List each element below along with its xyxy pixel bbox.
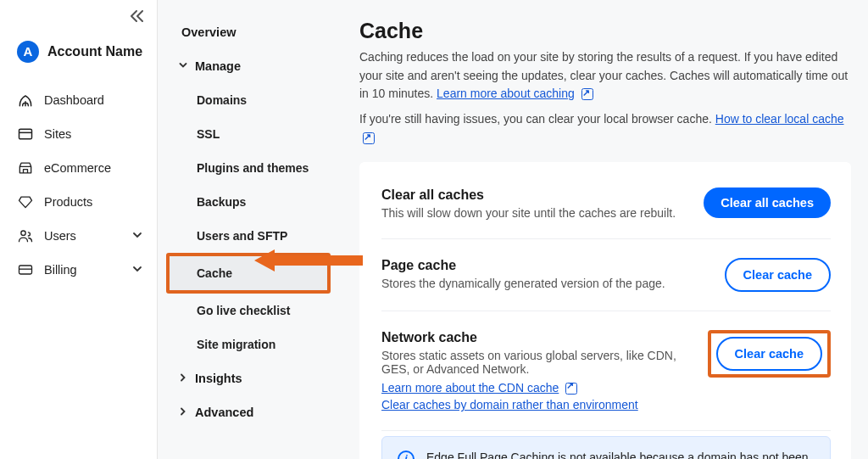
nav-label: Sites bbox=[44, 127, 71, 141]
sidebar-item-sites[interactable]: Sites bbox=[17, 117, 143, 151]
sidebar-item-products[interactable]: Products bbox=[17, 185, 143, 219]
external-link-icon bbox=[363, 132, 375, 144]
info-icon: i bbox=[398, 451, 415, 459]
section-desc: Stores the dynamically generated version… bbox=[381, 277, 665, 290]
subnav-group-manage[interactable]: Manage bbox=[166, 49, 331, 83]
external-link-icon bbox=[581, 88, 593, 100]
banner-text: Edge Full Page Caching is not available … bbox=[426, 451, 815, 459]
section-page-cache: Page cache Stores the dynamically genera… bbox=[381, 239, 831, 311]
group-label: Advanced bbox=[195, 406, 253, 419]
subnav-item-migration[interactable]: Site migration bbox=[166, 327, 331, 361]
section-title: Network cache bbox=[381, 330, 708, 345]
primary-sidebar: A Account Name Dashboard Sites eCommerce… bbox=[0, 0, 158, 459]
sidebar-item-dashboard[interactable]: Dashboard bbox=[17, 83, 143, 117]
svg-point-4 bbox=[21, 231, 25, 235]
nav-label: Billing bbox=[44, 263, 77, 277]
section-clear-all: Clear all caches This will slow down you… bbox=[381, 181, 831, 239]
collapse-sidebar-button[interactable] bbox=[130, 10, 145, 25]
group-label: Manage bbox=[195, 59, 241, 73]
sites-icon bbox=[17, 126, 34, 143]
intro-paragraph-1: Caching reduces the load on your site by… bbox=[359, 48, 851, 104]
clear-all-caches-button[interactable]: Clear all caches bbox=[704, 188, 831, 218]
subnav-group-insights[interactable]: Insights bbox=[166, 361, 331, 395]
chevron-down-icon bbox=[178, 59, 188, 73]
section-desc: This will slow down your site until the … bbox=[381, 206, 676, 220]
subnav-group-advanced[interactable]: Advanced bbox=[166, 395, 331, 429]
subnav-item-domains[interactable]: Domains bbox=[166, 83, 331, 117]
clear-page-cache-button[interactable]: Clear cache bbox=[725, 258, 831, 292]
subnav-item-backups[interactable]: Backups bbox=[166, 185, 331, 219]
nav-label: eCommerce bbox=[44, 161, 111, 175]
section-desc: Stores static assets on various global s… bbox=[381, 349, 708, 376]
chevron-right-icon bbox=[178, 372, 188, 385]
nav-label: Dashboard bbox=[44, 93, 104, 107]
billing-icon bbox=[17, 261, 34, 278]
account-header[interactable]: A Account Name bbox=[17, 41, 143, 63]
annotation-highlight-box: Clear cache bbox=[708, 330, 831, 378]
subnav-item-cache[interactable]: Cache bbox=[166, 253, 331, 294]
chevron-right-icon bbox=[178, 406, 188, 419]
main-content: Cache Caching reduces the load on your s… bbox=[336, 0, 868, 459]
info-banner: i Edge Full Page Caching is not availabl… bbox=[381, 436, 831, 459]
subnav-item-users-sftp[interactable]: Users and SFTP bbox=[166, 219, 331, 253]
storefront-icon bbox=[17, 160, 34, 176]
subnav-item-plugins[interactable]: Plugins and themes bbox=[166, 151, 331, 185]
users-icon bbox=[17, 227, 34, 244]
subnav-overview[interactable]: Overview bbox=[166, 15, 331, 49]
subnav-item-ssl[interactable]: SSL bbox=[166, 117, 331, 151]
settings-subnav: Overview Manage Domains SSL Plugins and … bbox=[158, 0, 336, 459]
sidebar-item-users[interactable]: Users bbox=[17, 219, 143, 253]
learn-cdn-cache-link[interactable]: Learn more about the CDN cache bbox=[381, 381, 559, 395]
cache-card: Clear all caches This will slow down you… bbox=[359, 162, 851, 459]
chevron-down-icon bbox=[131, 263, 143, 277]
account-avatar-icon: A bbox=[17, 41, 39, 63]
diamond-icon bbox=[17, 193, 34, 210]
section-network-cache: Network cache Stores static assets on va… bbox=[381, 311, 831, 431]
account-name-label: Account Name bbox=[47, 44, 142, 59]
sidebar-item-ecommerce[interactable]: eCommerce bbox=[17, 151, 143, 185]
svg-rect-2 bbox=[19, 129, 32, 139]
external-link-icon bbox=[565, 383, 577, 395]
clear-by-domain-link[interactable]: Clear caches by domain rather than envir… bbox=[381, 398, 638, 411]
how-to-clear-local-link[interactable]: How to clear local cache bbox=[715, 112, 844, 126]
subnav-item-golive[interactable]: Go live checklist bbox=[166, 294, 331, 327]
sidebar-item-billing[interactable]: Billing bbox=[17, 253, 143, 287]
clear-network-cache-button[interactable]: Clear cache bbox=[716, 337, 822, 371]
svg-text:A: A bbox=[24, 44, 33, 59]
section-title: Page cache bbox=[381, 258, 665, 273]
nav-label: Users bbox=[44, 229, 76, 243]
learn-more-caching-link[interactable]: Learn more about caching bbox=[437, 87, 575, 100]
dashboard-icon bbox=[17, 92, 34, 109]
svg-rect-5 bbox=[19, 266, 32, 274]
chevron-down-icon bbox=[131, 229, 143, 243]
group-label: Insights bbox=[195, 372, 242, 385]
page-title: Cache bbox=[359, 19, 851, 43]
nav-label: Products bbox=[44, 195, 92, 209]
chevrons-left-icon bbox=[130, 10, 145, 22]
intro-paragraph-2: If you're still having issues, you can c… bbox=[359, 110, 851, 147]
section-title: Clear all caches bbox=[381, 188, 676, 203]
